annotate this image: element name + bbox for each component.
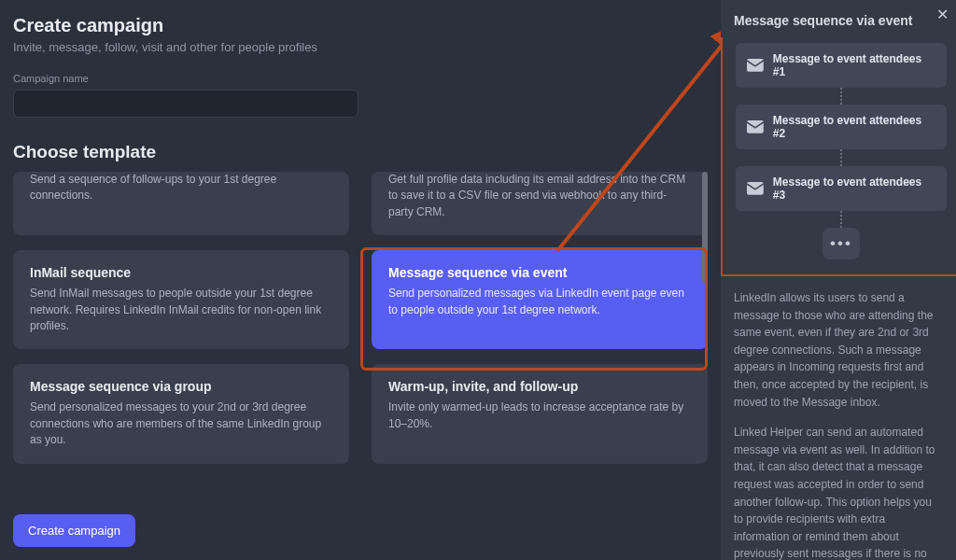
templates-scroll[interactable]: Send a sequence of follow-ups to your 1s… [13, 172, 708, 517]
choose-template-heading: Choose template [13, 142, 708, 162]
side-paragraph: LinkedIn allows its users to send a mess… [734, 289, 943, 411]
template-card[interactable]: Get full profile data including its emai… [372, 172, 708, 235]
side-panel-title: Message sequence via event [734, 13, 943, 28]
template-card-message-event[interactable]: Message sequence via event Send personal… [372, 250, 708, 349]
template-card[interactable]: Send a sequence of follow-ups to your 1s… [13, 172, 349, 235]
side-header: Message sequence via event ✕ [721, 0, 956, 37]
step-label: Message to event attendees #1 [773, 52, 935, 78]
sequence-steps-area: Message to event attendees #1 Message to… [721, 37, 956, 276]
sequence-step[interactable]: Message to event attendees #1 [736, 43, 947, 88]
page-title: Create campaign [13, 15, 708, 36]
svg-rect-2 [747, 120, 764, 133]
template-title: Message sequence via event [388, 265, 691, 280]
template-card-message-group[interactable]: Message sequence via group Send personal… [13, 364, 349, 463]
side-panel: Message sequence via event ✕ Message to … [721, 0, 956, 560]
more-steps-button[interactable]: ••• [822, 228, 860, 259]
step-label: Message to event attendees #2 [773, 114, 935, 140]
step-connector [840, 149, 842, 166]
svg-rect-3 [747, 182, 764, 195]
template-desc: Send personalized messages to your 2nd o… [30, 399, 332, 448]
create-campaign-button[interactable]: Create campaign [13, 514, 135, 547]
template-title: Warm-up, invite, and follow-up [388, 379, 691, 394]
sequence-step[interactable]: Message to event attendees #3 [736, 166, 947, 211]
template-title: InMail sequence [30, 265, 332, 280]
template-desc: Invite only warmed-up leads to increase … [388, 399, 691, 432]
main-panel: Create campaign Invite, message, follow,… [0, 0, 721, 560]
close-icon[interactable]: ✕ [934, 6, 950, 22]
template-desc: Get full profile data including its emai… [388, 172, 691, 220]
page-subtitle: Invite, message, follow, visit and other… [13, 40, 708, 54]
svg-rect-1 [747, 59, 764, 72]
message-icon [747, 182, 764, 195]
side-paragraph: Linked Helper can send an automated mess… [734, 424, 943, 560]
step-label: Message to event attendees #3 [773, 175, 935, 202]
message-icon [747, 120, 764, 133]
template-title: Message sequence via group [30, 379, 332, 394]
campaign-name-label: Campaign name [13, 73, 708, 84]
templates-grid: Send a sequence of follow-ups to your 1s… [13, 172, 708, 464]
template-desc: Send a sequence of follow-ups to your 1s… [30, 172, 332, 204]
message-icon [747, 59, 764, 72]
campaign-name-input[interactable] [13, 90, 358, 118]
template-desc: Send personalized messages via LinkedIn … [388, 286, 691, 318]
sequence-step[interactable]: Message to event attendees #2 [736, 105, 947, 149]
step-connector [840, 211, 842, 228]
template-card-inmail[interactable]: InMail sequence Send InMail messages to … [13, 250, 349, 349]
side-description: LinkedIn allows its users to send a mess… [721, 276, 956, 560]
step-connector [840, 88, 842, 105]
template-desc: Send InMail messages to people outside y… [30, 286, 332, 334]
template-card-warmup[interactable]: Warm-up, invite, and follow-up Invite on… [372, 364, 708, 463]
scrollbar-thumb[interactable] [702, 172, 708, 284]
